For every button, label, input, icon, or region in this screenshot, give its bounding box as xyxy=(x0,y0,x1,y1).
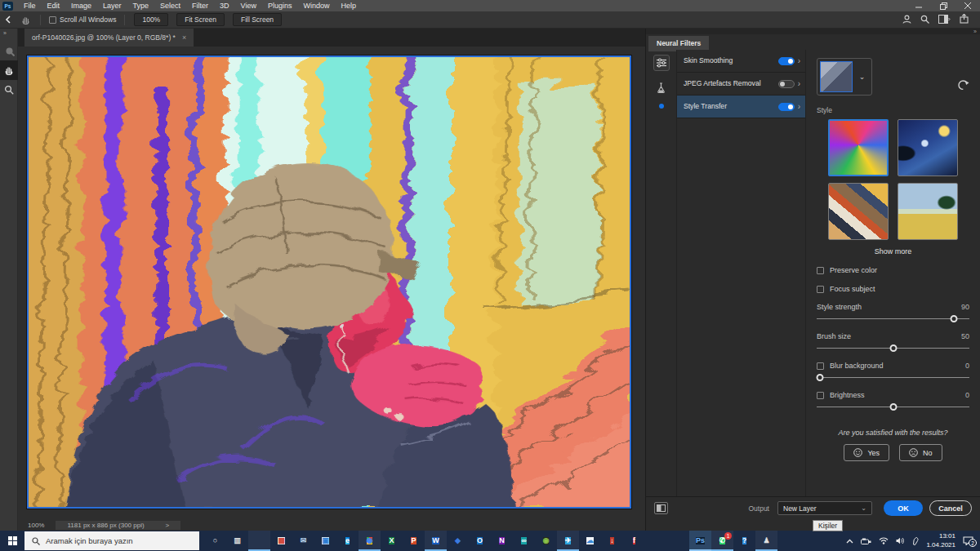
powerpoint-icon[interactable]: P xyxy=(403,531,425,551)
start-button[interactable] xyxy=(0,531,24,551)
zoom-tool[interactable] xyxy=(0,80,18,100)
help-app-icon[interactable]: ? xyxy=(733,531,755,551)
collapse-panel-icon[interactable]: » xyxy=(0,29,17,41)
hand-tool[interactable] xyxy=(0,60,18,80)
menu-item[interactable]: Filter xyxy=(186,0,214,11)
volume-icon[interactable] xyxy=(896,537,905,544)
status-chevron-icon[interactable]: > xyxy=(166,522,170,529)
menu-item[interactable]: File xyxy=(18,0,42,11)
menu-item[interactable]: Layer xyxy=(97,0,127,11)
cancel-button[interactable]: Cancel xyxy=(929,500,972,516)
slider-thumb[interactable] xyxy=(889,403,897,411)
chevron-right-icon[interactable]: › xyxy=(798,79,800,88)
filter-row[interactable]: Skin Smoothing › xyxy=(677,50,805,73)
taskbar-clock[interactable]: 13:01 1.04.2021 xyxy=(926,532,956,549)
fit-screen-button[interactable]: Fit Screen xyxy=(176,13,225,26)
slider-track[interactable] xyxy=(817,344,969,352)
chevron-down-icon[interactable]: ⌄ xyxy=(853,73,871,81)
checkbox-box[interactable] xyxy=(49,16,56,24)
menu-item[interactable]: Edit xyxy=(42,0,66,11)
close-tab-icon[interactable]: × xyxy=(182,33,186,42)
cubist-abstract-style[interactable] xyxy=(828,183,889,240)
menu-item[interactable]: Select xyxy=(154,0,186,11)
close-button[interactable] xyxy=(956,0,980,11)
hand-tool-icon[interactable] xyxy=(21,16,30,24)
outlook-icon[interactable]: O xyxy=(469,531,491,551)
feedback-yes-button[interactable]: Yes xyxy=(844,444,889,461)
edge-icon[interactable]: e xyxy=(336,531,359,551)
reset-filter-icon[interactable] xyxy=(958,79,969,94)
slider-track[interactable] xyxy=(817,315,969,322)
telegram-icon[interactable]: ✈ xyxy=(557,531,579,551)
nova-app-icon[interactable] xyxy=(667,531,689,551)
search-icon[interactable] xyxy=(920,15,929,25)
document-tab[interactable]: orf-P1040026.jpg @ 100% (Layer 0, RGB/8*… xyxy=(24,29,194,47)
pen-icon[interactable] xyxy=(912,537,919,545)
show-more-link[interactable]: Show more xyxy=(817,247,969,256)
menu-item[interactable]: Help xyxy=(336,0,363,11)
beta-filters-icon[interactable] xyxy=(653,79,670,96)
photoshop-icon[interactable]: Ps xyxy=(689,531,711,551)
filter-row[interactable]: Style Transfer › xyxy=(677,96,805,118)
account-icon[interactable] xyxy=(902,15,911,25)
ball-app-icon[interactable] xyxy=(645,531,667,551)
menu-item[interactable]: Window xyxy=(298,0,336,11)
gem-app-icon[interactable]: ◆ xyxy=(447,531,469,551)
fill-screen-button[interactable]: Fill Screen xyxy=(233,13,282,26)
wheat-field-cypresses-style[interactable] xyxy=(898,183,958,240)
taskbar-search-input[interactable]: Aramak için buraya yazın xyxy=(24,531,199,550)
scroll-all-windows-checkbox[interactable]: Scroll All Windows xyxy=(49,16,116,24)
chevron-right-icon[interactable]: › xyxy=(798,56,800,65)
filter-row[interactable]: JPEG Artefacts Removal › xyxy=(677,73,805,96)
filter-toggle[interactable] xyxy=(778,57,795,65)
rotate-view-tool[interactable] xyxy=(0,41,18,60)
f-app-icon[interactable]: f xyxy=(623,531,645,551)
ok-button[interactable]: OK xyxy=(884,500,923,516)
mail-icon[interactable]: ✉ xyxy=(292,531,314,551)
slider-thumb[interactable] xyxy=(951,315,958,322)
slider-thumb[interactable] xyxy=(889,344,897,352)
starry-night-style[interactable] xyxy=(898,119,958,176)
panel-collapse-icon[interactable]: » xyxy=(646,29,980,34)
preserve-color-checkbox[interactable]: Preserve color xyxy=(817,266,969,274)
menu-item[interactable]: Image xyxy=(65,0,97,11)
abstract-portrait-style[interactable] xyxy=(828,119,889,176)
filter-toggle[interactable] xyxy=(778,103,795,111)
menu-item[interactable]: Plugins xyxy=(262,0,298,11)
filter-toggle[interactable] xyxy=(778,80,795,88)
checkbox-box[interactable] xyxy=(817,267,824,274)
workspace-layout-icon[interactable] xyxy=(938,15,951,25)
microsoft-store-icon[interactable]: ▦ xyxy=(270,531,292,551)
share-icon[interactable] xyxy=(960,14,969,25)
hidden-icons-chevron[interactable] xyxy=(846,539,853,544)
canvas-image[interactable] xyxy=(27,56,631,509)
slider-thumb[interactable] xyxy=(816,374,823,381)
cortana-icon[interactable]: ○ xyxy=(204,531,226,551)
menu-item[interactable]: 3D xyxy=(214,0,235,11)
preview-source-dropdown[interactable]: ⌄ xyxy=(817,58,872,96)
whatsapp-icon[interactable]: ✆ 1 xyxy=(711,531,733,551)
status-zoom-level[interactable]: 100% xyxy=(18,522,56,529)
usb-device-icon[interactable] xyxy=(861,538,871,544)
restore-button[interactable] xyxy=(931,0,956,11)
photos-icon[interactable]: ▣ xyxy=(314,531,336,551)
download-manager-icon[interactable]: ↓ xyxy=(601,531,623,551)
infinity-app-icon[interactable]: ∞ xyxy=(513,531,535,551)
checkbox-box[interactable] xyxy=(817,286,824,293)
people-icon[interactable]: ♟ xyxy=(755,531,777,551)
excel-icon[interactable]: X xyxy=(381,531,403,551)
photoshop-logo-icon[interactable]: Ps xyxy=(2,2,13,11)
file-explorer-icon[interactable] xyxy=(248,531,270,551)
action-center-icon[interactable]: 2 xyxy=(963,536,973,545)
wifi-icon[interactable] xyxy=(879,537,889,544)
menu-item[interactable]: Type xyxy=(127,0,155,11)
chrome-icon[interactable]: ◉ xyxy=(359,531,381,551)
focus-subject-checkbox[interactable]: Focus subject xyxy=(817,285,969,293)
slider-track[interactable] xyxy=(817,374,969,381)
word-icon[interactable]: W xyxy=(425,531,447,551)
minimize-button[interactable] xyxy=(906,0,931,11)
cloud-app-icon[interactable]: ☁ xyxy=(579,531,601,551)
slider-checkbox[interactable] xyxy=(817,362,824,370)
neural-filters-tab[interactable]: Neural Filters xyxy=(648,36,709,51)
status-document-info[interactable]: 1181 px x 886 px (300 ppi) > xyxy=(56,521,180,530)
